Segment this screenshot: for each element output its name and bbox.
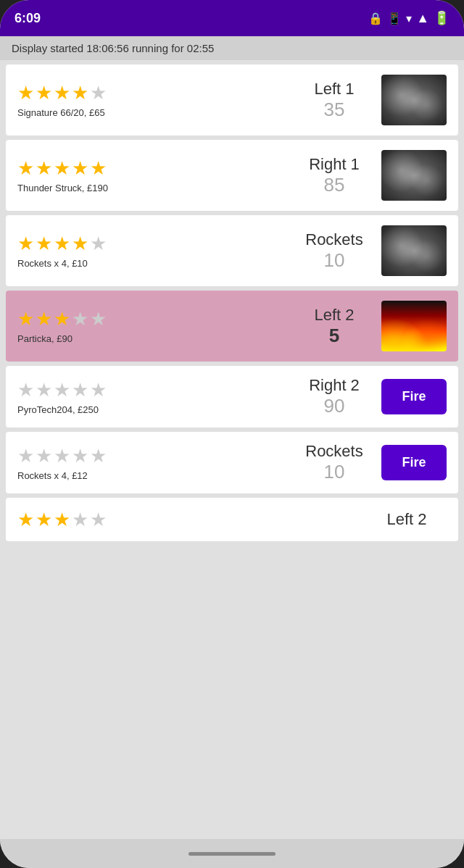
status-time: 6:09: [14, 11, 41, 26]
star-6-3: ★: [54, 445, 70, 467]
star-2-1: ★: [17, 157, 34, 180]
star-2-5: ★: [90, 157, 107, 180]
card-left-2: ★ ★ ★ ★ ★ Thunder Struck, £190: [17, 157, 287, 193]
card-label-4: Left 2: [314, 306, 354, 325]
stars-5: ★ ★ ★ ★ ★: [17, 379, 287, 401]
star-4-3: ★: [54, 308, 70, 330]
card-label-2: Right 1: [309, 155, 360, 174]
card-center-2: Right 1 85: [294, 155, 374, 196]
star-5-3: ★: [54, 379, 70, 401]
notification-icon: 📱: [387, 12, 402, 25]
card-list: ★ ★ ★ ★ ★ Signature 66/20, £65 Left 1 35: [0, 60, 464, 839]
card-center-6: Rockets 10: [294, 442, 374, 483]
card-center-1: Left 1 35: [294, 80, 374, 121]
card-left-1: ★ ★ ★ ★ ★ Signature 66/20, £65: [17, 82, 287, 118]
star-5-2: ★: [36, 379, 52, 401]
card-label-1: Left 1: [314, 80, 354, 99]
status-bar: 6:09 🔒 📱 ▾ ▲ 🔋: [0, 0, 464, 36]
card-left-5: ★ ★ ★ ★ ★ PyroTech204, £250: [17, 379, 287, 415]
signal-icon: ▲: [416, 11, 429, 26]
star-6-1: ★: [17, 445, 34, 467]
card-label-5: Right 2: [309, 376, 360, 395]
card-number-1: 35: [324, 99, 345, 121]
thumbnail-1: [381, 75, 447, 125]
stars-3: ★ ★ ★ ★ ★: [17, 233, 287, 255]
star-p-1: ★: [17, 509, 34, 531]
battery-icon: 🔋: [434, 10, 450, 26]
card-subtitle-3: Rockets x 4, £10: [17, 258, 287, 269]
star-1-4: ★: [72, 82, 88, 104]
card-right-1: [381, 75, 447, 125]
card-left-partial: ★ ★ ★ ★ ★: [17, 509, 360, 531]
lock-icon: 🔒: [368, 12, 383, 25]
star-1-2: ★: [36, 82, 52, 104]
phone-frame: 6:09 🔒 📱 ▾ ▲ 🔋 Display started 18:06:56 …: [0, 0, 464, 868]
star-3-2: ★: [36, 233, 52, 255]
card-center-partial: Left 2: [367, 510, 447, 529]
star-1-1: ★: [17, 82, 34, 104]
fire-button-5[interactable]: Fire: [381, 379, 447, 414]
list-item: ★ ★ ★ ★ ★ Rockets x 4, £10 Rockets 10: [6, 215, 458, 286]
ash-image-1: [381, 75, 447, 125]
stars-4: ★ ★ ★ ★ ★: [17, 308, 287, 330]
status-icons: 🔒 📱 ▾ ▲ 🔋: [368, 10, 450, 26]
star-3-5: ★: [90, 233, 107, 255]
star-2-2: ★: [36, 157, 52, 180]
list-item: ★ ★ ★ ★ ★ Signature 66/20, £65 Left 1 35: [6, 64, 458, 135]
star-6-4: ★: [72, 445, 88, 467]
stars-2: ★ ★ ★ ★ ★: [17, 157, 287, 180]
stars-1: ★ ★ ★ ★ ★: [17, 82, 287, 104]
card-center-3: Rockets 10: [294, 230, 374, 272]
star-3-3: ★: [54, 233, 70, 255]
card-center-4: Left 2 5: [294, 306, 374, 347]
card-right-6: Fire: [381, 445, 447, 480]
card-subtitle-4: Particka, £90: [17, 333, 287, 344]
thumbnail-2: [381, 150, 447, 201]
list-item: ★ ★ ★ ★ ★ PyroTech204, £250 Right 2 90 F…: [6, 366, 458, 427]
card-left-3: ★ ★ ★ ★ ★ Rockets x 4, £10: [17, 233, 287, 269]
thumbnail-3: [381, 225, 447, 276]
star-5-4: ★: [72, 379, 88, 401]
star-2-4: ★: [72, 157, 88, 180]
card-center-5: Right 2 90: [294, 376, 374, 417]
card-label-3: Rockets: [305, 230, 362, 249]
fire-button-6[interactable]: Fire: [381, 445, 447, 480]
card-right-2: [381, 150, 447, 201]
stars-6: ★ ★ ★ ★ ★: [17, 445, 287, 467]
thumbnail-4: [381, 301, 447, 351]
bottom-bar: [0, 839, 464, 868]
ash-image-2: [381, 150, 447, 201]
card-number-4: 5: [329, 325, 339, 347]
info-text: Display started 18:06:56 running for 02:…: [12, 42, 214, 54]
star-5-1: ★: [17, 379, 34, 401]
list-item: ★ ★ ★ ★ ★ Thunder Struck, £190 Right 1 8…: [6, 140, 458, 211]
info-bar: Display started 18:06:56 running for 02:…: [0, 36, 464, 60]
star-1-3: ★: [54, 82, 70, 104]
card-subtitle-5: PyroTech204, £250: [17, 404, 287, 415]
star-5-5: ★: [90, 379, 107, 401]
star-4-2: ★: [36, 308, 52, 330]
card-right-4: [381, 301, 447, 351]
star-6-2: ★: [36, 445, 52, 467]
card-subtitle-6: Rockets x 4, £12: [17, 470, 287, 481]
card-number-2: 85: [324, 174, 345, 196]
home-indicator: [188, 852, 276, 856]
star-4-5: ★: [90, 308, 107, 330]
star-4-1: ★: [17, 308, 34, 330]
card-right-3: [381, 225, 447, 276]
star-3-4: ★: [72, 233, 88, 255]
card-label-partial: Left 2: [386, 510, 426, 529]
star-p-3: ★: [54, 509, 70, 531]
list-item: ★ ★ ★ ★ ★ Particka, £90 Left 2 5: [6, 291, 458, 362]
star-p-5: ★: [90, 509, 107, 531]
card-number-3: 10: [324, 249, 345, 272]
card-subtitle-2: Thunder Struck, £190: [17, 183, 287, 193]
card-left-4: ★ ★ ★ ★ ★ Particka, £90: [17, 308, 287, 344]
stars-partial: ★ ★ ★ ★ ★: [17, 509, 360, 531]
star-1-5: ★: [90, 82, 107, 104]
card-number-5: 90: [324, 395, 345, 417]
card-number-6: 10: [324, 461, 345, 483]
star-4-4: ★: [72, 308, 88, 330]
star-2-3: ★: [54, 157, 70, 180]
ash-image-3: [381, 225, 447, 276]
